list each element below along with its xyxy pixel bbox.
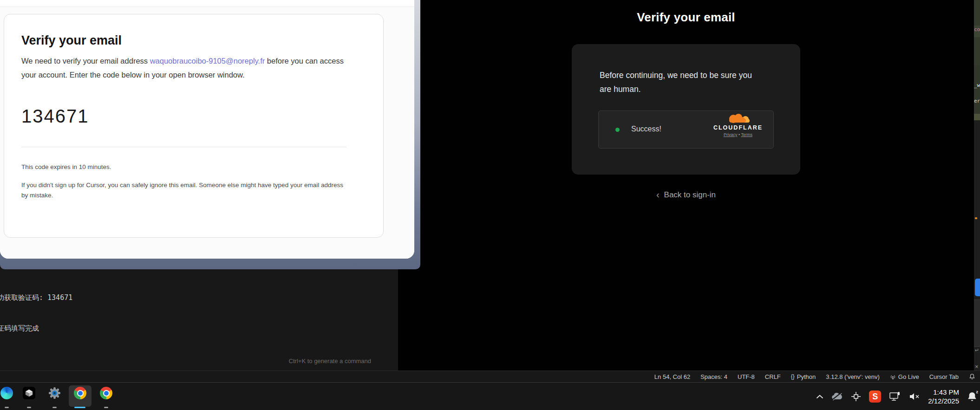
chevron-left-icon: ‹	[656, 189, 660, 200]
cloudflare-wordmark: CLOUDFLARE	[710, 125, 766, 131]
verification-code: 134671	[21, 106, 89, 127]
dnd-z-badge: z	[976, 390, 979, 394]
tray-volume-button[interactable]	[909, 392, 920, 401]
body-before: We need to verify your email address	[21, 57, 150, 65]
statusbar-go-live[interactable]: Go Live	[890, 373, 919, 380]
cloudflare-turnstile-widget[interactable]: Success! CLOUDFLARE Privacy • Term	[598, 111, 774, 149]
browser-window: Verify your email Before continuing, we …	[398, 0, 974, 371]
chrome-hub	[78, 391, 83, 396]
email-window: Verify your email We need to verify your…	[0, 0, 420, 269]
editor-highlight-fragment	[974, 114, 980, 120]
editor-selection-fragment	[974, 37, 980, 65]
ide-status-bar: Ln 54, Col 62 Spaces: 4 UTF-8 CRLF {} Py…	[0, 371, 980, 382]
encoding-label: UTF-8	[738, 373, 755, 380]
sogou-input-icon: S	[869, 390, 881, 403]
privacy-link[interactable]: Privacy	[724, 132, 738, 137]
chat-submit-button-fragment[interactable]	[975, 279, 980, 296]
cursor-position-label: Ln 54, Col 62	[654, 373, 690, 380]
gear-icon	[48, 387, 61, 399]
eol-label: CRLF	[765, 373, 781, 380]
bell-icon	[969, 373, 975, 380]
tray-onedrive-button[interactable]	[831, 392, 843, 401]
tray-sogou-button[interactable]: S	[869, 390, 881, 403]
running-indicator	[5, 407, 9, 408]
page-title: Verify your email	[398, 10, 974, 25]
running-indicator	[104, 407, 108, 408]
taskbar-chrome-button[interactable]	[100, 387, 112, 399]
email-disclaimer: If you didn't sign up for Cursor, you ca…	[21, 180, 349, 201]
taskbar-edge-button[interactable]	[0, 387, 13, 399]
terminal-pane[interactable]: 功获取验证码: 134671 证码填写完成 在处理 Turnstile 验证..…	[0, 268, 398, 371]
statusbar-encoding[interactable]: UTF-8	[738, 373, 755, 380]
chrome-icon	[74, 387, 86, 399]
tray-notifications-button[interactable]: z	[967, 391, 977, 402]
clock-time: 1:43 PM	[928, 388, 959, 397]
terminal-ctrlk-hint: Ctrl+K to generate a command	[289, 358, 371, 364]
running-indicator	[27, 407, 31, 408]
braces-icon: {}	[791, 373, 795, 380]
terms-link[interactable]: Terms	[741, 132, 753, 137]
go-live-label: Go Live	[898, 373, 919, 380]
edge-icon	[0, 387, 13, 399]
speaker-muted-icon	[909, 392, 920, 401]
code-fragment-orange	[975, 217, 977, 219]
tray-display-button[interactable]	[889, 391, 901, 402]
cursor-app-icon	[23, 387, 35, 399]
back-link-label: Back to sign-in	[664, 190, 716, 199]
onedrive-cloud-slash-icon	[831, 392, 843, 401]
turnstile-links: Privacy • Terms	[710, 132, 766, 137]
editor-sliver: co _w er ↵ ×	[973, 0, 980, 371]
interpreter-label: 3.12.8 ('venv': venv)	[826, 373, 880, 380]
verification-card: Before continuing, we need to be sure yo…	[572, 44, 800, 175]
indentation-label: Spaces: 4	[700, 373, 727, 380]
chat-input-fragment[interactable]	[974, 299, 980, 347]
statusbar-notifications[interactable]	[969, 373, 975, 380]
cursor-tab-label: Cursor Tab	[929, 373, 959, 380]
statusbar-language-mode[interactable]: {} Python	[791, 373, 816, 380]
email-window-body: Verify your email We need to verify your…	[0, 0, 414, 259]
statusbar-python-interpreter[interactable]: 3.12.8 ('venv': venv)	[826, 373, 880, 380]
broadcast-icon	[890, 374, 896, 380]
email-divider	[21, 147, 346, 147]
windows-taskbar: S 1:43 PM 2/12/2025	[0, 382, 980, 410]
code-fragment: er	[974, 98, 980, 104]
editor-selection-fragment	[974, 65, 980, 114]
statusbar-indentation[interactable]: Spaces: 4	[700, 373, 727, 380]
statusbar-cursor-position[interactable]: Ln 54, Col 62	[654, 373, 690, 380]
statusbar-cursor-tab[interactable]: Cursor Tab	[929, 373, 959, 380]
terminal-line: 功获取验证码: 134671	[0, 293, 91, 303]
desktop-screen: co _w er ↵ × 功获取验证码: 134671 证码填写完成 在处理 T…	[0, 0, 980, 410]
clock-date: 2/12/2025	[928, 397, 959, 405]
system-tray: S 1:43 PM 2/12/2025	[817, 383, 980, 410]
statusbar-eol[interactable]: CRLF	[765, 373, 781, 380]
tray-snip-tool-button[interactable]	[851, 391, 861, 402]
turnstile-status: Success!	[631, 125, 661, 133]
code-fragment: _w	[974, 83, 980, 88]
email-body-text: We need to verify your email address waq…	[21, 54, 360, 82]
taskbar-settings-button[interactable]	[48, 387, 61, 399]
return-icon: ↵	[975, 347, 979, 353]
success-dot-icon	[615, 128, 620, 132]
close-icon[interactable]: ×	[975, 363, 979, 370]
links-separator: •	[738, 132, 740, 137]
monitor-pen-icon	[889, 391, 901, 402]
human-check-text: Before continuing, we need to be sure yo…	[600, 68, 763, 96]
email-address-link[interactable]: waquobraucoibo-9105@noreply.fr	[150, 57, 265, 65]
tray-overflow-button[interactable]	[817, 395, 823, 399]
running-indicator	[52, 407, 57, 408]
terminal-output: 功获取验证码: 134671 证码填写完成 在处理 Turnstile 验证..…	[0, 272, 91, 371]
chrome-hub	[104, 391, 109, 396]
editor-selection-fragment	[974, 0, 980, 26]
active-running-indicator	[74, 407, 85, 408]
back-to-signin-link[interactable]: ‹Back to sign-in	[398, 189, 974, 200]
code-fragment: co	[974, 27, 980, 32]
tray-clock[interactable]: 1:43 PM 2/12/2025	[928, 388, 959, 405]
terminal-line	[0, 354, 91, 364]
taskbar-chrome-button-active[interactable]	[74, 387, 86, 399]
cloudflare-brand-block: CLOUDFLARE Privacy • Terms	[710, 114, 766, 137]
email-top-divider	[0, 7, 414, 7]
chrome-icon	[100, 387, 112, 399]
cloudflare-cloud-icon	[725, 114, 751, 125]
chevron-up-icon	[817, 395, 823, 399]
taskbar-cursor-button[interactable]	[23, 387, 35, 399]
